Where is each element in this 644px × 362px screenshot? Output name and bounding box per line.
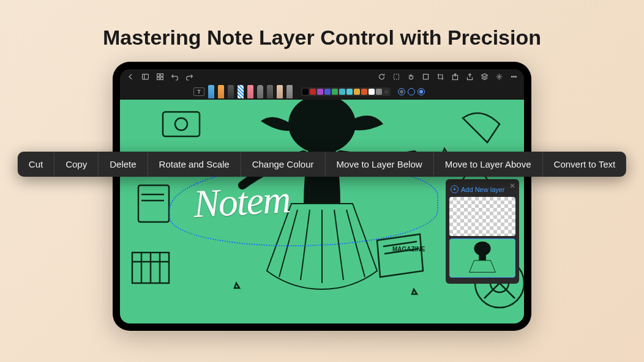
svg-line-37 bbox=[301, 210, 310, 280]
ctx-move-below[interactable]: Move to Layer Below bbox=[326, 152, 434, 177]
mode-a[interactable] bbox=[398, 88, 405, 95]
mode-b[interactable] bbox=[408, 88, 415, 95]
svg-rect-7 bbox=[423, 74, 428, 79]
magazine-label: MAGAZINE bbox=[392, 246, 425, 253]
swatch-7[interactable] bbox=[354, 89, 360, 95]
swatch-5[interactable] bbox=[339, 89, 345, 95]
svg-line-40 bbox=[346, 210, 365, 277]
fit-icon[interactable] bbox=[421, 72, 430, 81]
layer-thumb-artwork[interactable] bbox=[449, 238, 515, 278]
color-palette: ☆ bbox=[301, 87, 391, 96]
pen-pencil[interactable] bbox=[267, 85, 273, 98]
add-layer-label: Add New layer bbox=[461, 186, 505, 193]
undo-icon[interactable] bbox=[170, 72, 179, 81]
svg-marker-33 bbox=[234, 283, 239, 288]
toolbar-left-group bbox=[126, 72, 193, 81]
svg-line-39 bbox=[334, 210, 343, 280]
layers-icon[interactable] bbox=[480, 72, 489, 81]
swatch-2[interactable] bbox=[317, 89, 323, 95]
svg-point-14 bbox=[175, 118, 187, 130]
plus-icon: + bbox=[451, 185, 459, 193]
tablet-frame: T ☆ bbox=[113, 62, 531, 331]
share-icon[interactable] bbox=[465, 72, 474, 81]
crop-icon[interactable] bbox=[436, 72, 444, 81]
select-icon[interactable] bbox=[392, 72, 400, 81]
svg-point-11 bbox=[513, 76, 514, 77]
swatch-8[interactable] bbox=[361, 89, 367, 95]
canvas[interactable]: MAGAZINE Notem bbox=[120, 100, 524, 323]
pen-highlighter[interactable] bbox=[238, 85, 244, 98]
pen-orange[interactable] bbox=[218, 85, 224, 98]
svg-rect-2 bbox=[157, 73, 159, 76]
toolbar-right-group bbox=[377, 72, 518, 81]
swatch-3[interactable] bbox=[324, 89, 331, 95]
add-layer-button[interactable]: + Add New layer bbox=[449, 183, 515, 197]
pen-brush[interactable] bbox=[277, 85, 283, 98]
ctx-move-above[interactable]: Move to Layer Above bbox=[434, 152, 543, 177]
swatch-10[interactable] bbox=[376, 89, 382, 95]
svg-marker-34 bbox=[412, 289, 417, 294]
mode-controls bbox=[398, 88, 425, 95]
ctx-change-colour[interactable]: Change Colour bbox=[241, 152, 326, 177]
svg-rect-0 bbox=[142, 74, 148, 79]
export-icon[interactable] bbox=[451, 72, 459, 81]
ctx-rotate-scale[interactable]: Rotate and Scale bbox=[148, 152, 241, 177]
pen-smudge[interactable] bbox=[257, 85, 263, 98]
swatch-0[interactable] bbox=[302, 89, 309, 95]
ctx-cut[interactable]: Cut bbox=[18, 152, 54, 177]
svg-rect-4 bbox=[157, 77, 159, 79]
layer-thumb-empty[interactable] bbox=[449, 197, 515, 236]
tool-row: T ☆ bbox=[120, 84, 524, 100]
svg-rect-13 bbox=[163, 112, 200, 136]
redo-icon[interactable] bbox=[185, 72, 193, 81]
grid-icon[interactable] bbox=[155, 72, 164, 81]
svg-rect-3 bbox=[160, 73, 163, 76]
mode-c[interactable] bbox=[417, 88, 425, 95]
context-menu: Cut Copy Delete Rotate and Scale Change … bbox=[18, 152, 626, 177]
pen-dark[interactable] bbox=[228, 85, 234, 98]
ctx-convert-text[interactable]: Convert to Text bbox=[543, 152, 627, 177]
svg-point-9 bbox=[498, 75, 500, 77]
layer-panel: ✕ + Add New layer bbox=[446, 179, 519, 284]
svg-rect-6 bbox=[394, 74, 399, 79]
swatch-6[interactable] bbox=[346, 89, 353, 95]
swatch-4[interactable] bbox=[332, 89, 338, 95]
banner-title: Mastering Note Layer Control with Precis… bbox=[0, 0, 644, 62]
pen-blue[interactable] bbox=[208, 85, 214, 98]
settings-icon[interactable] bbox=[495, 72, 503, 81]
ctx-delete[interactable]: Delete bbox=[99, 152, 148, 177]
tablet-screen: T ☆ bbox=[120, 69, 524, 323]
svg-rect-15 bbox=[138, 185, 169, 222]
close-icon[interactable]: ✕ bbox=[509, 182, 515, 190]
svg-point-12 bbox=[515, 76, 516, 77]
canvas-signature: Notem bbox=[192, 177, 291, 227]
ctx-copy[interactable]: Copy bbox=[54, 152, 99, 177]
panel-icon[interactable] bbox=[141, 72, 149, 81]
swatch-favorite[interactable]: ☆ bbox=[383, 89, 389, 95]
hand-icon[interactable] bbox=[406, 72, 415, 81]
back-icon[interactable] bbox=[126, 72, 135, 81]
pen-pink-eraser[interactable] bbox=[247, 85, 253, 98]
swatch-1[interactable] bbox=[310, 89, 316, 95]
swatch-9[interactable] bbox=[369, 89, 375, 95]
pen-gray[interactable] bbox=[286, 85, 293, 98]
refresh-icon[interactable] bbox=[377, 72, 386, 81]
top-toolbar bbox=[120, 69, 524, 84]
text-tool[interactable]: T bbox=[193, 87, 204, 96]
svg-rect-5 bbox=[160, 77, 163, 79]
svg-point-10 bbox=[511, 76, 512, 77]
more-icon[interactable] bbox=[509, 72, 518, 81]
